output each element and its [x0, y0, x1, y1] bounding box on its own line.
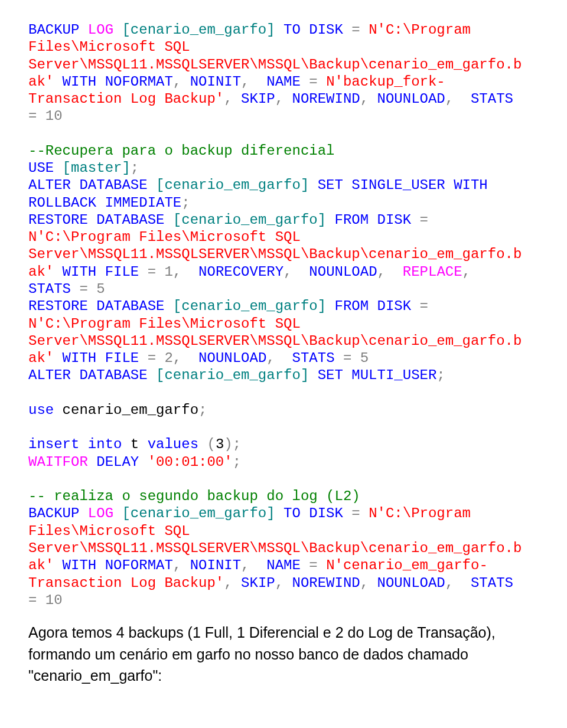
tok: = 5 — [335, 350, 369, 366]
tok: WAITFOR — [28, 454, 88, 470]
tok: STATS — [471, 91, 513, 107]
tok: NAME — [266, 557, 301, 573]
tok: , — [360, 91, 377, 107]
tok: DISK — [301, 505, 343, 521]
tok: DATABASE — [88, 298, 165, 314]
tok: , — [275, 575, 292, 591]
tok: TO — [275, 22, 301, 38]
tok: = 2, — [139, 350, 198, 366]
tok: = 5 — [71, 281, 105, 297]
tok: , — [173, 557, 190, 573]
tok: into — [79, 436, 122, 452]
tok: NOREWIND — [292, 575, 360, 591]
sql-code-block: BACKUP LOG [cenario_em_garfo] TO DISK = … — [28, 21, 527, 609]
sql-comment: -- realiza o segundo backup do log (L2) — [28, 488, 360, 504]
tok: BACKUP — [28, 505, 79, 521]
tok: NAME — [266, 74, 301, 90]
tok: BACKUP — [28, 22, 79, 38]
tok: SINGLE_USER — [343, 177, 445, 193]
tok: , — [360, 575, 377, 591]
tok: TO — [275, 505, 301, 521]
tok: NOUNLOAD — [377, 575, 445, 591]
tok: NOUNLOAD — [309, 264, 377, 280]
tok: NOINIT — [190, 557, 241, 573]
tok: NOUNLOAD — [377, 91, 445, 107]
tok: , — [224, 91, 241, 107]
tok: ); — [224, 436, 241, 452]
tok: IMMEDIATE — [96, 195, 181, 211]
tok: 3 — [216, 436, 224, 452]
tok: [master] — [54, 160, 131, 176]
tok: = — [343, 505, 369, 521]
tok: NOUNLOAD — [198, 350, 266, 366]
tok: DATABASE — [71, 177, 148, 193]
tok: FILE — [105, 350, 139, 366]
tok: DISK — [369, 212, 411, 228]
tok: FROM — [326, 212, 369, 228]
tok: DELAY — [88, 454, 139, 470]
tok: LOG — [79, 505, 113, 521]
tok: , — [241, 557, 266, 573]
tok: use — [28, 402, 54, 418]
tok: NOFORMAT — [105, 557, 173, 573]
tok: = — [343, 22, 369, 38]
tok: SKIP — [241, 91, 275, 107]
tok: SET — [309, 367, 343, 383]
tok: , — [284, 264, 309, 280]
tok: = — [411, 298, 436, 314]
tok: ; — [131, 160, 139, 176]
tok: DATABASE — [88, 212, 165, 228]
tok: STATS — [28, 281, 71, 297]
tok: , — [224, 575, 241, 591]
tok: ; — [233, 454, 241, 470]
tok: cenario_em_garfo — [54, 402, 198, 418]
tok: t — [122, 436, 147, 452]
tok: ALTER — [28, 367, 71, 383]
tok: ; — [436, 367, 445, 383]
tok: NOREWIND — [292, 91, 360, 107]
tok: DISK — [369, 298, 411, 314]
tok: [cenario_em_garfo] — [148, 367, 309, 383]
tok: [cenario_em_garfo] — [113, 22, 275, 38]
tok: '00:01:00' — [139, 454, 232, 470]
tok: [cenario_em_garfo] — [148, 177, 309, 193]
tok: , — [241, 74, 266, 90]
tok: FROM — [326, 298, 369, 314]
tok: WITH — [54, 74, 105, 90]
tok: [cenario_em_garfo] — [164, 212, 326, 228]
tok: = — [411, 212, 436, 228]
tok: = — [301, 557, 326, 573]
tok: STATS — [292, 350, 335, 366]
tok: ; — [198, 402, 207, 418]
tok: NOFORMAT — [105, 74, 173, 90]
paragraph-body: Agora temos 4 backups (1 Full, 1 Diferen… — [28, 622, 527, 687]
tok: , — [275, 91, 292, 107]
tok: values — [148, 436, 198, 452]
tok: , — [445, 575, 471, 591]
tok: = 1, — [139, 264, 198, 280]
tok: , — [173, 74, 190, 90]
tok: NORECOVERY — [198, 264, 284, 280]
sql-comment: --Recupera para o backup diferencial — [28, 143, 334, 159]
tok: [cenario_em_garfo] — [164, 298, 326, 314]
tok: , — [377, 264, 403, 280]
tok: WITH — [54, 264, 105, 280]
tok: , — [445, 91, 471, 107]
tok: = — [301, 74, 326, 90]
tok: STATS — [471, 575, 513, 591]
tok: WITH — [445, 177, 488, 193]
tok: SKIP — [241, 575, 275, 591]
tok: RESTORE — [28, 212, 88, 228]
tok: DATABASE — [71, 367, 148, 383]
tok: [cenario_em_garfo] — [113, 505, 275, 521]
tok: WITH — [54, 350, 105, 366]
tok: REPLACE — [403, 264, 462, 280]
tok: NOINIT — [190, 74, 241, 90]
tok: ( — [198, 436, 216, 452]
tok: LOG — [79, 22, 113, 38]
tok: SET — [309, 177, 343, 193]
tok: insert — [28, 436, 79, 452]
tok: RESTORE — [28, 298, 88, 314]
tok: MULTI_USER — [343, 367, 436, 383]
tok: DISK — [301, 22, 343, 38]
